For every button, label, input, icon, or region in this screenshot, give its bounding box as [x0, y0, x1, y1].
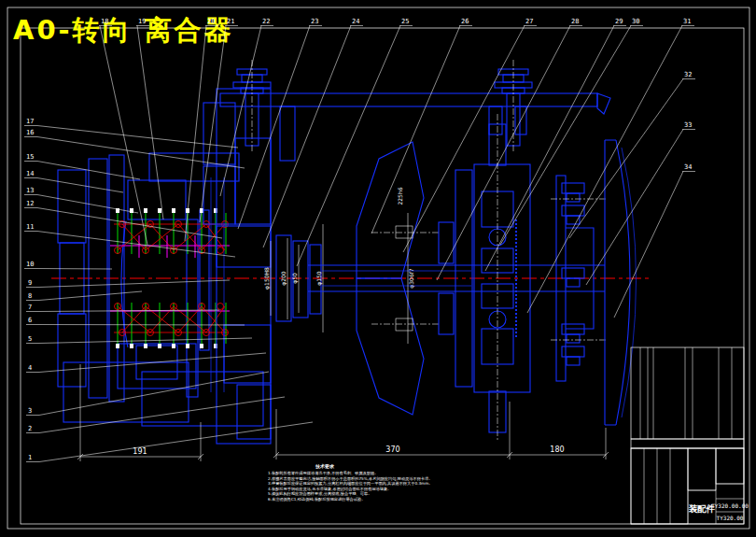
callout-34: 34 — [614, 163, 695, 318]
spring-pack-lower — [110, 303, 230, 348]
svg-text:31: 31 — [683, 18, 691, 25]
svg-text:24: 24 — [352, 18, 359, 25]
svg-text:23: 23 — [311, 18, 318, 25]
bearing-unit — [474, 114, 530, 441]
svg-text:φ200: φ200 — [280, 271, 287, 286]
svg-text:18: 18 — [101, 18, 108, 25]
svg-text:28: 28 — [571, 18, 579, 25]
svg-text:30: 30 — [632, 18, 639, 25]
svg-text:10: 10 — [26, 261, 34, 268]
svg-text:3: 3 — [28, 407, 32, 415]
callout-10: 10 — [24, 261, 112, 269]
callout-19: 19 — [136, 18, 163, 219]
cover-bolt-left — [233, 60, 271, 151]
svg-text:11: 11 — [26, 223, 34, 231]
svg-text:13: 13 — [26, 187, 34, 194]
cad-sheet: A0-转向 离合器 — [0, 0, 756, 537]
svg-text:φ150H8: φ150H8 — [263, 267, 271, 290]
callout-3: 3 — [26, 372, 269, 416]
callout-15: 15 — [24, 153, 140, 179]
callout-17: 17 — [24, 118, 238, 148]
svg-text:5: 5 — [28, 335, 32, 343]
callout-26: 26 — [371, 18, 472, 233]
svg-text:1: 1 — [28, 454, 32, 461]
svg-text:9: 9 — [28, 279, 32, 287]
technical-notes: 技术要求 1.装配前所有零件须用煤油清洗干净,不得有毛刺、铁屑及脏物。 2.摩擦… — [268, 463, 432, 502]
svg-text:φ50: φ50 — [291, 273, 299, 284]
dimension-180: 180 — [510, 428, 609, 459]
svg-text:4: 4 — [28, 364, 32, 372]
callout-1: 1 — [26, 422, 313, 462]
svg-text:191: 191 — [133, 447, 147, 456]
part-callouts: 1234567891011121314151617181920212223242… — [24, 18, 695, 462]
svg-text:12: 12 — [26, 200, 34, 207]
vertical-dimension-labels: φ150H8 φ200 φ50 φ150 225h6 φ306f7 — [263, 187, 415, 290]
svg-text:8: 8 — [28, 292, 32, 300]
svg-text:225h6: 225h6 — [397, 187, 403, 205]
callout-5: 5 — [26, 335, 252, 344]
svg-text:6.未注明倒角C1,锐边倒钝,装配后按规定进行磨合试验。: 6.未注明倒角C1,锐边倒钝,装配后按规定进行磨合试验。 — [268, 497, 365, 502]
dimension-370: 370 — [273, 402, 512, 459]
callout-21: 21 — [200, 18, 238, 222]
svg-text:φ150: φ150 — [315, 271, 323, 286]
right-flange-wheel — [551, 140, 637, 425]
callout-30: 30 — [500, 18, 643, 245]
svg-text:19: 19 — [138, 18, 146, 25]
svg-text:7: 7 — [28, 304, 32, 311]
drawing-number: TY320.00.00 — [711, 502, 749, 509]
svg-text:14: 14 — [26, 170, 34, 177]
svg-text:26: 26 — [461, 18, 469, 25]
callout-31: 31 — [527, 18, 694, 313]
callout-14: 14 — [24, 170, 123, 192]
svg-text:2: 2 — [28, 425, 32, 432]
svg-text:16: 16 — [26, 129, 34, 136]
svg-text:32: 32 — [684, 71, 692, 78]
svg-text:φ306f7: φ306f7 — [408, 268, 415, 289]
cover-bolt-right — [495, 60, 532, 151]
title-block: 装配件 TY320.00.00 TY320.00 — [631, 448, 749, 524]
svg-text:29: 29 — [615, 18, 623, 25]
svg-text:33: 33 — [684, 121, 692, 129]
callout-13: 13 — [24, 187, 138, 213]
cad-drawing: A0-转向 离合器 — [0, 0, 756, 537]
callout-25: 25 — [297, 18, 413, 266]
drawing-title: A0-转向 离合器 — [13, 14, 234, 46]
svg-text:34: 34 — [684, 163, 692, 171]
svg-text:17: 17 — [26, 118, 34, 125]
svg-text:21: 21 — [227, 18, 234, 25]
left-drum-assembly — [58, 153, 263, 426]
callout-18: 18 — [99, 18, 147, 245]
bom-table — [631, 347, 744, 448]
model-number: TY320.00 — [717, 515, 744, 521]
svg-text:27: 27 — [525, 18, 533, 25]
top-cover-plate — [220, 93, 610, 161]
callout-11: 11 — [24, 223, 235, 257]
svg-text:25: 25 — [401, 18, 409, 25]
svg-text:20: 20 — [207, 18, 215, 25]
svg-text:6: 6 — [28, 317, 32, 324]
svg-text:370: 370 — [385, 445, 399, 454]
svg-text:180: 180 — [550, 445, 564, 454]
callout-33: 33 — [586, 121, 695, 285]
callout-24: 24 — [263, 18, 363, 247]
callout-2: 2 — [26, 397, 285, 433]
svg-text:15: 15 — [26, 153, 34, 161]
svg-text:技术要求: 技术要求 — [315, 463, 335, 470]
svg-text:22: 22 — [262, 18, 270, 25]
callout-9: 9 — [26, 279, 230, 288]
